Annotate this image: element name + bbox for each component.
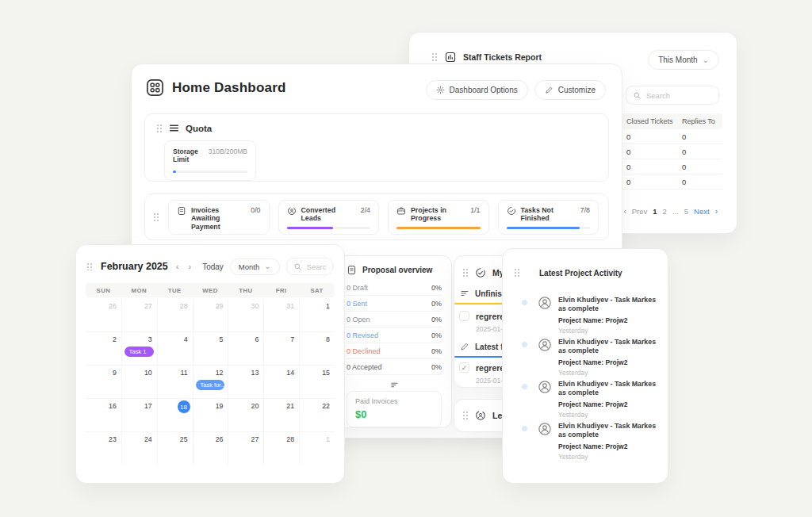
day-number[interactable]: 12: [216, 369, 224, 377]
next-month-icon[interactable]: ›: [186, 262, 193, 271]
calendar-search-input[interactable]: [286, 258, 333, 275]
calendar-day-cell[interactable]: 17: [121, 399, 157, 432]
proposal-row[interactable]: 0 Accepted 0%: [347, 359, 442, 375]
prev-arrow-icon[interactable]: ‹: [623, 208, 626, 216]
calendar-task-pill[interactable]: Task 1: [124, 347, 154, 357]
next-button[interactable]: Next: [694, 207, 710, 216]
day-number[interactable]: 8: [326, 335, 330, 343]
calendar-day-cell[interactable]: 3Task 1: [121, 332, 157, 366]
calendar-day-cell[interactable]: 2: [86, 332, 121, 366]
calendar-day-cell[interactable]: 6: [228, 332, 263, 366]
day-number[interactable]: 26: [109, 302, 117, 310]
sort-list-icon[interactable]: [390, 381, 399, 389]
day-number[interactable]: 10: [144, 369, 152, 377]
customize-button[interactable]: Customize: [534, 80, 606, 100]
calendar-day-cell[interactable]: 15: [299, 366, 335, 399]
calendar-day-cell[interactable]: 25: [157, 432, 193, 465]
day-number[interactable]: 1: [326, 302, 330, 310]
prev-month-icon[interactable]: ‹: [174, 262, 181, 271]
calendar-day-cell[interactable]: 29: [193, 299, 228, 332]
day-number[interactable]: 25: [180, 435, 188, 443]
proposal-row[interactable]: 0 Draft 0%: [347, 280, 442, 296]
day-number[interactable]: 22: [322, 402, 330, 410]
stat-card[interactable]: Invoices Awaiting Payment 0/0: [168, 200, 270, 235]
day-number[interactable]: 28: [286, 435, 294, 443]
calendar-day-cell[interactable]: 30: [228, 299, 263, 332]
calendar-day-cell[interactable]: 12Task for...: [193, 366, 228, 399]
day-number[interactable]: 28: [180, 302, 188, 310]
calendar-day-cell[interactable]: 28: [157, 299, 193, 332]
calendar-day-cell[interactable]: 4: [157, 332, 193, 366]
calendar-day-cell[interactable]: 26: [86, 299, 121, 332]
day-number[interactable]: 20: [251, 402, 259, 410]
day-number[interactable]: 16: [109, 402, 117, 410]
day-number[interactable]: 27: [251, 435, 259, 443]
proposal-row[interactable]: 0 Declined 0%: [347, 343, 442, 359]
dashboard-options-button[interactable]: Dashboard Options: [426, 80, 528, 100]
drag-handle-icon[interactable]: [153, 213, 159, 222]
drag-handle-icon[interactable]: [86, 262, 93, 270]
calendar-day-cell[interactable]: 11: [157, 366, 193, 399]
day-number[interactable]: 6: [255, 335, 259, 343]
period-dropdown[interactable]: This Month ⌄: [648, 50, 719, 70]
day-number[interactable]: 13: [251, 369, 259, 377]
calendar-day-cell[interactable]: 31: [263, 299, 299, 332]
calendar-day-cell[interactable]: 7: [263, 332, 299, 366]
proposal-row[interactable]: 0 Open 0%: [347, 312, 442, 327]
day-number[interactable]: 4: [184, 335, 188, 343]
calendar-day-cell[interactable]: 9: [86, 366, 121, 399]
calendar-day-cell[interactable]: 22: [299, 399, 335, 432]
day-number[interactable]: 14: [286, 369, 294, 377]
day-number[interactable]: 29: [216, 302, 224, 310]
drag-handle-icon[interactable]: [156, 124, 163, 133]
stat-card[interactable]: Tasks Not Finished 7/8: [498, 200, 599, 235]
proposal-row[interactable]: 0 Sent 0%: [347, 296, 442, 312]
day-number[interactable]: 9: [113, 369, 117, 377]
day-number[interactable]: 11: [180, 369, 187, 377]
page-number[interactable]: 1: [653, 207, 657, 216]
day-number[interactable]: 5: [220, 335, 224, 343]
calendar-day-cell[interactable]: 26: [193, 432, 228, 465]
day-number[interactable]: 2: [113, 335, 117, 343]
day-number[interactable]: 21: [286, 402, 294, 410]
calendar-day-cell[interactable]: 10: [121, 366, 157, 399]
next-arrow-icon[interactable]: ›: [715, 208, 718, 216]
day-number[interactable]: 24: [144, 435, 152, 443]
stat-card[interactable]: Projects in Progress 1/1: [388, 200, 489, 235]
page-number[interactable]: 5: [684, 207, 688, 216]
calendar-day-cell[interactable]: 27: [228, 432, 263, 465]
calendar-day-cell[interactable]: 19: [193, 399, 228, 432]
calendar-day-cell[interactable]: 8: [299, 332, 335, 366]
today-button[interactable]: Today: [202, 262, 224, 271]
calendar-day-cell[interactable]: 23: [86, 432, 121, 465]
calendar-day-cell[interactable]: 16: [86, 399, 121, 432]
prev-button[interactable]: Prev: [632, 207, 648, 216]
day-number[interactable]: 23: [109, 435, 117, 443]
day-number[interactable]: 19: [216, 402, 224, 410]
day-number[interactable]: 31: [286, 302, 294, 310]
calendar-day-cell[interactable]: 27: [121, 299, 157, 332]
calendar-day-cell[interactable]: 18: [157, 399, 193, 432]
drag-handle-icon[interactable]: [514, 268, 520, 278]
calendar-day-cell[interactable]: 20: [228, 399, 263, 432]
drag-handle-icon[interactable]: [431, 52, 438, 62]
day-number[interactable]: 27: [144, 302, 152, 310]
selected-day[interactable]: 18: [178, 400, 190, 413]
day-number[interactable]: 26: [216, 435, 224, 443]
checkbox-unchecked-icon[interactable]: [459, 311, 469, 321]
drag-handle-icon[interactable]: [462, 411, 469, 420]
staff-search-input[interactable]: [626, 86, 719, 105]
day-number[interactable]: 1: [326, 435, 330, 443]
calendar-day-cell[interactable]: 24: [121, 432, 157, 465]
calendar-day-cell[interactable]: 13: [228, 366, 263, 399]
calendar-day-cell[interactable]: 1: [299, 299, 335, 332]
drag-handle-icon[interactable]: [462, 268, 469, 278]
calendar-day-cell[interactable]: 21: [263, 399, 299, 432]
calendar-day-cell[interactable]: 28: [263, 432, 299, 465]
day-number[interactable]: 30: [251, 302, 259, 310]
proposal-row[interactable]: 0 Revised 0%: [347, 327, 442, 343]
stat-card[interactable]: Converted Leads 2/4: [278, 200, 380, 235]
page-number[interactable]: 2: [663, 207, 667, 216]
day-number[interactable]: 7: [290, 335, 294, 343]
day-number[interactable]: 17: [144, 402, 152, 410]
